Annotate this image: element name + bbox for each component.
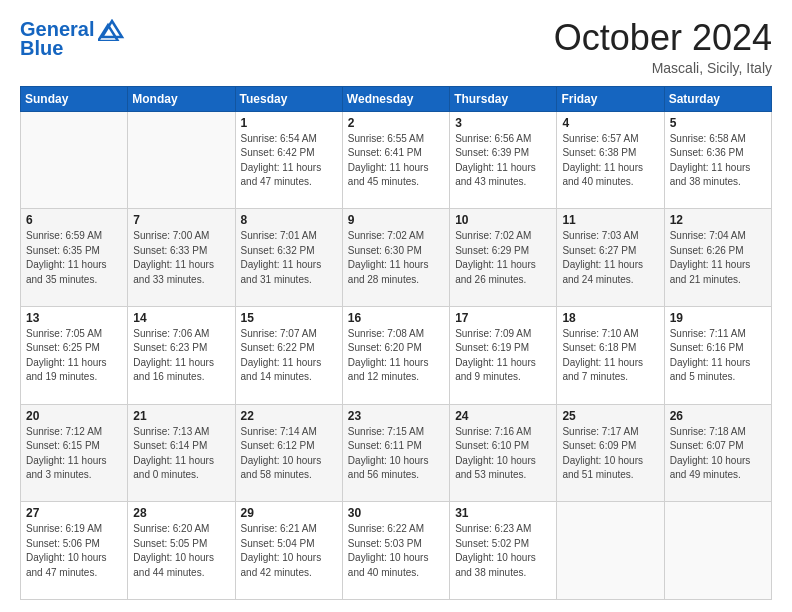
day-number: 8 — [241, 213, 337, 227]
day-number: 6 — [26, 213, 122, 227]
week-row-1: 1Sunrise: 6:54 AM Sunset: 6:42 PM Daylig… — [21, 111, 772, 209]
day-number: 27 — [26, 506, 122, 520]
calendar-cell: 19Sunrise: 7:11 AM Sunset: 6:16 PM Dayli… — [664, 306, 771, 404]
day-info: Sunrise: 6:56 AM Sunset: 6:39 PM Dayligh… — [455, 132, 551, 190]
day-info: Sunrise: 7:02 AM Sunset: 6:29 PM Dayligh… — [455, 229, 551, 287]
day-header-friday: Friday — [557, 86, 664, 111]
calendar-cell: 28Sunrise: 6:20 AM Sunset: 5:05 PM Dayli… — [128, 502, 235, 600]
day-header-sunday: Sunday — [21, 86, 128, 111]
calendar-cell: 8Sunrise: 7:01 AM Sunset: 6:32 PM Daylig… — [235, 209, 342, 307]
logo-icon — [98, 19, 126, 41]
day-header-tuesday: Tuesday — [235, 86, 342, 111]
day-info: Sunrise: 7:02 AM Sunset: 6:30 PM Dayligh… — [348, 229, 444, 287]
calendar-cell: 14Sunrise: 7:06 AM Sunset: 6:23 PM Dayli… — [128, 306, 235, 404]
day-number: 26 — [670, 409, 766, 423]
day-number: 31 — [455, 506, 551, 520]
day-number: 9 — [348, 213, 444, 227]
day-info: Sunrise: 7:10 AM Sunset: 6:18 PM Dayligh… — [562, 327, 658, 385]
day-info: Sunrise: 7:11 AM Sunset: 6:16 PM Dayligh… — [670, 327, 766, 385]
day-number: 12 — [670, 213, 766, 227]
calendar-cell: 11Sunrise: 7:03 AM Sunset: 6:27 PM Dayli… — [557, 209, 664, 307]
logo-blue: Blue — [20, 37, 63, 60]
day-number: 25 — [562, 409, 658, 423]
day-info: Sunrise: 7:16 AM Sunset: 6:10 PM Dayligh… — [455, 425, 551, 483]
calendar-cell: 16Sunrise: 7:08 AM Sunset: 6:20 PM Dayli… — [342, 306, 449, 404]
day-number: 11 — [562, 213, 658, 227]
calendar-cell: 13Sunrise: 7:05 AM Sunset: 6:25 PM Dayli… — [21, 306, 128, 404]
day-info: Sunrise: 6:57 AM Sunset: 6:38 PM Dayligh… — [562, 132, 658, 190]
day-info: Sunrise: 6:19 AM Sunset: 5:06 PM Dayligh… — [26, 522, 122, 580]
week-row-5: 27Sunrise: 6:19 AM Sunset: 5:06 PM Dayli… — [21, 502, 772, 600]
day-number: 1 — [241, 116, 337, 130]
calendar-table: SundayMondayTuesdayWednesdayThursdayFrid… — [20, 86, 772, 600]
day-number: 4 — [562, 116, 658, 130]
calendar-cell: 20Sunrise: 7:12 AM Sunset: 6:15 PM Dayli… — [21, 404, 128, 502]
header: General Blue October 2024 Mascali, Sicil… — [20, 18, 772, 76]
calendar-cell: 25Sunrise: 7:17 AM Sunset: 6:09 PM Dayli… — [557, 404, 664, 502]
day-number: 29 — [241, 506, 337, 520]
calendar-cell — [21, 111, 128, 209]
day-info: Sunrise: 7:14 AM Sunset: 6:12 PM Dayligh… — [241, 425, 337, 483]
month-title: October 2024 — [554, 18, 772, 58]
calendar-cell: 12Sunrise: 7:04 AM Sunset: 6:26 PM Dayli… — [664, 209, 771, 307]
day-number: 7 — [133, 213, 229, 227]
day-info: Sunrise: 6:21 AM Sunset: 5:04 PM Dayligh… — [241, 522, 337, 580]
day-info: Sunrise: 7:06 AM Sunset: 6:23 PM Dayligh… — [133, 327, 229, 385]
day-info: Sunrise: 6:23 AM Sunset: 5:02 PM Dayligh… — [455, 522, 551, 580]
day-number: 3 — [455, 116, 551, 130]
calendar-cell: 26Sunrise: 7:18 AM Sunset: 6:07 PM Dayli… — [664, 404, 771, 502]
calendar-cell — [128, 111, 235, 209]
day-header-thursday: Thursday — [450, 86, 557, 111]
day-info: Sunrise: 7:00 AM Sunset: 6:33 PM Dayligh… — [133, 229, 229, 287]
day-number: 21 — [133, 409, 229, 423]
calendar-cell: 27Sunrise: 6:19 AM Sunset: 5:06 PM Dayli… — [21, 502, 128, 600]
calendar-cell: 30Sunrise: 6:22 AM Sunset: 5:03 PM Dayli… — [342, 502, 449, 600]
day-info: Sunrise: 6:55 AM Sunset: 6:41 PM Dayligh… — [348, 132, 444, 190]
calendar-cell: 4Sunrise: 6:57 AM Sunset: 6:38 PM Daylig… — [557, 111, 664, 209]
day-number: 16 — [348, 311, 444, 325]
day-info: Sunrise: 7:09 AM Sunset: 6:19 PM Dayligh… — [455, 327, 551, 385]
day-info: Sunrise: 7:01 AM Sunset: 6:32 PM Dayligh… — [241, 229, 337, 287]
day-info: Sunrise: 6:58 AM Sunset: 6:36 PM Dayligh… — [670, 132, 766, 190]
calendar-cell: 5Sunrise: 6:58 AM Sunset: 6:36 PM Daylig… — [664, 111, 771, 209]
day-number: 15 — [241, 311, 337, 325]
calendar-cell: 21Sunrise: 7:13 AM Sunset: 6:14 PM Dayli… — [128, 404, 235, 502]
day-number: 10 — [455, 213, 551, 227]
calendar-cell: 17Sunrise: 7:09 AM Sunset: 6:19 PM Dayli… — [450, 306, 557, 404]
calendar-cell — [557, 502, 664, 600]
calendar-cell: 18Sunrise: 7:10 AM Sunset: 6:18 PM Dayli… — [557, 306, 664, 404]
day-header-monday: Monday — [128, 86, 235, 111]
day-number: 28 — [133, 506, 229, 520]
calendar-cell: 2Sunrise: 6:55 AM Sunset: 6:41 PM Daylig… — [342, 111, 449, 209]
calendar-cell: 7Sunrise: 7:00 AM Sunset: 6:33 PM Daylig… — [128, 209, 235, 307]
day-info: Sunrise: 7:17 AM Sunset: 6:09 PM Dayligh… — [562, 425, 658, 483]
title-block: October 2024 Mascali, Sicily, Italy — [554, 18, 772, 76]
day-info: Sunrise: 7:03 AM Sunset: 6:27 PM Dayligh… — [562, 229, 658, 287]
day-number: 23 — [348, 409, 444, 423]
week-row-4: 20Sunrise: 7:12 AM Sunset: 6:15 PM Dayli… — [21, 404, 772, 502]
calendar-cell: 3Sunrise: 6:56 AM Sunset: 6:39 PM Daylig… — [450, 111, 557, 209]
header-row: SundayMondayTuesdayWednesdayThursdayFrid… — [21, 86, 772, 111]
day-number: 22 — [241, 409, 337, 423]
day-info: Sunrise: 6:22 AM Sunset: 5:03 PM Dayligh… — [348, 522, 444, 580]
day-number: 13 — [26, 311, 122, 325]
calendar-cell: 22Sunrise: 7:14 AM Sunset: 6:12 PM Dayli… — [235, 404, 342, 502]
day-number: 30 — [348, 506, 444, 520]
calendar-cell: 9Sunrise: 7:02 AM Sunset: 6:30 PM Daylig… — [342, 209, 449, 307]
day-number: 17 — [455, 311, 551, 325]
day-number: 14 — [133, 311, 229, 325]
week-row-2: 6Sunrise: 6:59 AM Sunset: 6:35 PM Daylig… — [21, 209, 772, 307]
day-header-wednesday: Wednesday — [342, 86, 449, 111]
day-number: 20 — [26, 409, 122, 423]
calendar-cell: 15Sunrise: 7:07 AM Sunset: 6:22 PM Dayli… — [235, 306, 342, 404]
calendar-cell: 24Sunrise: 7:16 AM Sunset: 6:10 PM Dayli… — [450, 404, 557, 502]
day-info: Sunrise: 7:04 AM Sunset: 6:26 PM Dayligh… — [670, 229, 766, 287]
calendar-cell: 6Sunrise: 6:59 AM Sunset: 6:35 PM Daylig… — [21, 209, 128, 307]
day-number: 24 — [455, 409, 551, 423]
calendar-cell: 10Sunrise: 7:02 AM Sunset: 6:29 PM Dayli… — [450, 209, 557, 307]
day-info: Sunrise: 7:08 AM Sunset: 6:20 PM Dayligh… — [348, 327, 444, 385]
day-info: Sunrise: 7:07 AM Sunset: 6:22 PM Dayligh… — [241, 327, 337, 385]
day-info: Sunrise: 6:54 AM Sunset: 6:42 PM Dayligh… — [241, 132, 337, 190]
day-info: Sunrise: 6:59 AM Sunset: 6:35 PM Dayligh… — [26, 229, 122, 287]
day-info: Sunrise: 7:18 AM Sunset: 6:07 PM Dayligh… — [670, 425, 766, 483]
